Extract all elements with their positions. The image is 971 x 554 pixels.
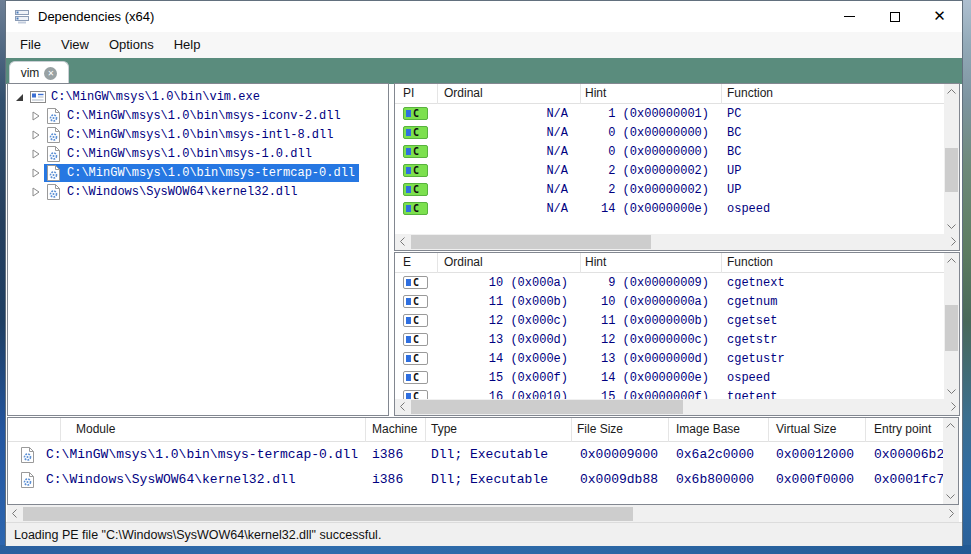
chevron-right-icon[interactable] [28, 149, 44, 159]
modules-vertical-scrollbar[interactable] [943, 418, 958, 504]
menu-item-view[interactable]: View [51, 32, 99, 58]
chevron-right-icon[interactable] [28, 111, 44, 121]
export-row[interactable]: 15 (0x000f) 14 (0x0000000e) ospeed [395, 368, 959, 387]
import-row[interactable]: N/A 2 (0x00000002) UP [395, 161, 959, 180]
import-row[interactable]: N/A 14 (0x0000000e) ospeed [395, 199, 959, 218]
module-row[interactable]: C:\Windows\SysWOW64\kernel32.dll i386 Dl… [8, 467, 958, 492]
scrollbar-thumb[interactable] [945, 305, 958, 351]
column-header-function[interactable]: Function [722, 253, 959, 273]
column-header-ordinal[interactable]: Ordinal [438, 253, 581, 273]
column-header-file-size[interactable]: File Size [572, 418, 669, 442]
exports-panel: E Ordinal Hint Function 10 (0x000a) 9 (0… [394, 252, 960, 416]
maximize-button[interactable] [872, 1, 917, 32]
export-ordinal: 11 (0x000b) [438, 295, 568, 309]
tree-item-path: C:\MinGW\msys\1.0\bin\msys-1.0.dll [67, 147, 312, 161]
tree-row[interactable]: C:\MinGW\msys\1.0\bin\msys-1.0.dll [8, 144, 388, 163]
imports-panel: PI Ordinal Hint Function N/A 1 (0x000000… [394, 83, 960, 251]
tree-row-root[interactable]: C:\MinGW\msys\1.0\bin\vim.exe [8, 87, 388, 106]
tree-item-path: C:\MinGW\msys\1.0\bin\msys-termcap-0.dll [67, 166, 355, 180]
tree-row[interactable]: C:\MinGW\msys\1.0\bin\msys-intl-8.dll [8, 125, 388, 144]
desktop-wallpaper-bottom [0, 545, 971, 554]
modules-header: Module Machine Type File Size Image Base… [8, 418, 958, 442]
scroll-right-button[interactable] [946, 399, 960, 414]
column-header-pi[interactable]: PI [395, 84, 438, 104]
scrollbar-thumb[interactable] [411, 235, 651, 249]
status-message: Loading PE file "C:\Windows\SysWOW64\ker… [14, 528, 381, 542]
dll-file-gear-icon [46, 108, 62, 124]
menu-item-file[interactable]: File [10, 32, 51, 58]
column-header-module[interactable]: Module [61, 418, 366, 442]
scroll-left-button[interactable] [7, 506, 22, 521]
column-header-virtual-size[interactable]: Virtual Size [769, 418, 866, 442]
tab-vim[interactable]: vim ✕ [9, 61, 69, 84]
scrollbar-thumb[interactable] [411, 400, 683, 414]
module-type: Dll; Executable [426, 472, 572, 487]
scroll-down-button[interactable] [944, 219, 959, 234]
c-function-import-icon [403, 183, 428, 196]
scroll-left-button[interactable] [395, 234, 410, 249]
chevron-right-icon[interactable] [28, 168, 44, 178]
c-function-import-icon [403, 164, 428, 177]
module-row[interactable]: C:\MinGW\msys\1.0\bin\msys-termcap-0.dll… [8, 442, 958, 467]
menu-item-help[interactable]: Help [164, 32, 211, 58]
scroll-left-button[interactable] [395, 399, 410, 414]
scroll-down-button[interactable] [943, 489, 958, 504]
scroll-right-button[interactable] [944, 506, 959, 521]
scroll-right-button[interactable] [946, 234, 960, 249]
tree-row[interactable]: C:\Windows\SysWOW64\kernel32.dll [8, 182, 388, 201]
dll-file-gear-icon [46, 184, 62, 200]
imports-vertical-scrollbar[interactable] [944, 84, 959, 234]
c-function-export-icon [403, 333, 428, 346]
import-row[interactable]: N/A 0 (0x00000000) BC [395, 123, 959, 142]
import-row[interactable]: N/A 0 (0x00000000) BC [395, 142, 959, 161]
import-function: UP [709, 183, 741, 197]
menu-item-options[interactable]: Options [99, 32, 164, 58]
export-ordinal: 13 (0x000d) [438, 333, 568, 347]
column-header-hint[interactable]: Hint [581, 253, 722, 273]
modules-panel: Module Machine Type File Size Image Base… [7, 417, 959, 505]
import-function: BC [709, 126, 741, 140]
menubar: File View Options Help [6, 32, 962, 58]
column-header-type[interactable]: Type [426, 418, 572, 442]
scroll-up-button[interactable] [944, 253, 959, 268]
column-header-icon[interactable] [8, 418, 61, 442]
close-button[interactable]: ✕ [917, 1, 962, 32]
scroll-down-button[interactable] [944, 384, 959, 399]
minimize-button[interactable] [827, 1, 872, 32]
exports-horizontal-scrollbar[interactable] [395, 399, 960, 415]
scrollbar-thumb[interactable] [23, 507, 633, 521]
import-function: PC [709, 107, 741, 121]
modules-horizontal-scrollbar[interactable] [7, 505, 959, 522]
export-row[interactable]: 14 (0x000e) 13 (0x0000000d) cgetustr [395, 349, 959, 368]
column-header-function[interactable]: Function [722, 84, 959, 104]
chevron-right-icon[interactable] [28, 130, 44, 140]
import-row[interactable]: N/A 2 (0x00000002) UP [395, 180, 959, 199]
column-header-machine[interactable]: Machine [366, 418, 426, 442]
tree-row[interactable]: C:\MinGW\msys\1.0\bin\msys-iconv-2.dll [8, 106, 388, 125]
chevron-right-icon[interactable] [28, 187, 44, 197]
export-row[interactable]: 10 (0x000a) 9 (0x00000009) cgetnext [395, 273, 959, 292]
export-row[interactable]: 12 (0x000c) 11 (0x0000000b) cgetset [395, 311, 959, 330]
imports-horizontal-scrollbar[interactable] [395, 234, 960, 250]
chevron-expanded-icon[interactable] [12, 92, 28, 102]
export-row[interactable]: 11 (0x000b) 10 (0x0000000a) cgetnum [395, 292, 959, 311]
titlebar[interactable]: Dependencies (x64) ✕ [6, 1, 962, 32]
tab-bar: vim ✕ [6, 58, 962, 84]
column-header-ordinal[interactable]: Ordinal [438, 84, 581, 104]
tab-close-icon[interactable]: ✕ [44, 67, 57, 80]
export-hint: 9 (0x00000009) [568, 276, 709, 290]
module-entry-point: 0x00006b20 [866, 447, 952, 462]
column-header-hint[interactable]: Hint [581, 84, 722, 104]
column-header-image-base[interactable]: Image Base [669, 418, 769, 442]
import-row[interactable]: N/A 1 (0x00000001) PC [395, 104, 959, 123]
export-ordinal: 15 (0x000f) [438, 371, 568, 385]
column-header-e[interactable]: E [395, 253, 438, 273]
export-row[interactable]: 13 (0x000d) 12 (0x0000000c) cgetstr [395, 330, 959, 349]
module-machine: i386 [366, 447, 426, 462]
scrollbar-thumb[interactable] [945, 148, 958, 192]
import-hint: 2 (0x00000002) [568, 183, 709, 197]
scroll-up-button[interactable] [944, 84, 959, 99]
scroll-up-button[interactable] [943, 418, 958, 433]
tree-row-selected[interactable]: C:\MinGW\msys\1.0\bin\msys-termcap-0.dll [8, 163, 388, 182]
exports-vertical-scrollbar[interactable] [944, 253, 959, 399]
